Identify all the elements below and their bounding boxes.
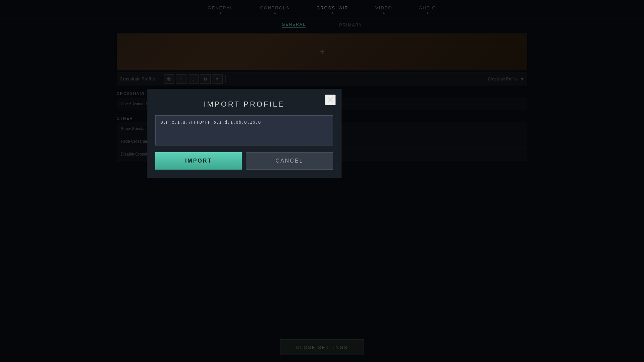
import-button[interactable]: IMPORT bbox=[155, 152, 242, 170]
modal-right-deco: ·· bbox=[350, 130, 351, 137]
modal-actions: IMPORT CANCEL bbox=[155, 152, 333, 170]
modal-overlay: ·· ·· IMPORT PROFILE IMPORT CANCEL bbox=[0, 0, 644, 362]
import-profile-modal: ·· ·· IMPORT PROFILE IMPORT CANCEL bbox=[147, 89, 341, 178]
import-code-input[interactable] bbox=[155, 115, 333, 145]
modal-body: IMPORT CANCEL bbox=[147, 115, 341, 178]
modal-title: IMPORT PROFILE bbox=[155, 100, 333, 109]
modal-left-deco: ·· bbox=[137, 130, 139, 137]
modal-header: IMPORT PROFILE bbox=[147, 89, 341, 115]
cancel-button[interactable]: CANCEL bbox=[246, 152, 333, 170]
